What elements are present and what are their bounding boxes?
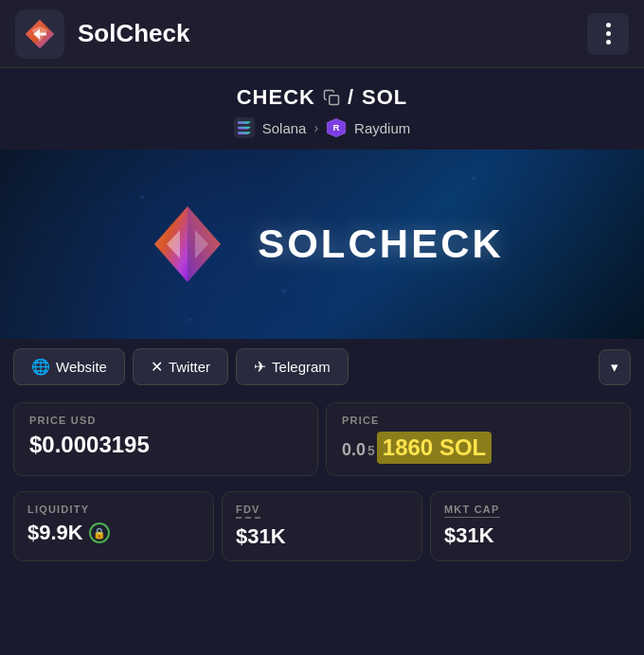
price-usd-value: $0.0003195 bbox=[29, 432, 302, 458]
mkt-cap-card: MKT CAP $31K bbox=[430, 491, 631, 561]
price-usd-card: PRICE USD $0.0003195 bbox=[13, 402, 318, 476]
website-button[interactable]: 🌐 Website bbox=[13, 348, 125, 385]
token-banner: SOLCHECK bbox=[0, 150, 644, 339]
price-stats: PRICE USD $0.0003195 PRICE 0.0 5 1860 SO… bbox=[0, 395, 644, 491]
liquidity-value: $9.9K 🔒 bbox=[27, 521, 200, 545]
fdv-label: FDV bbox=[236, 504, 408, 519]
menu-dot-2 bbox=[606, 31, 611, 36]
copy-icon[interactable] bbox=[323, 89, 340, 106]
banner-logo-icon bbox=[140, 197, 235, 292]
menu-dot-1 bbox=[606, 23, 611, 27]
token-header: CHECK / SOL Solana › bbox=[0, 68, 644, 150]
fdv-card: FDV $31K bbox=[222, 491, 422, 561]
twitter-label: Twitter bbox=[169, 359, 210, 375]
svg-rect-2 bbox=[330, 96, 339, 105]
sol-price-amount: 1860 SOL bbox=[377, 432, 492, 464]
raydium-icon: R bbox=[326, 117, 347, 138]
telegram-icon: ✈ bbox=[254, 358, 266, 376]
chevron-down-icon: ▾ bbox=[611, 359, 618, 375]
banner-text: SOLCHECK bbox=[258, 221, 504, 267]
svg-line-6 bbox=[0, 197, 142, 244]
base-token: CHECK bbox=[237, 85, 315, 110]
chain-arrow: › bbox=[313, 120, 318, 135]
chain-row: Solana › R Raydium bbox=[15, 117, 629, 138]
banner-content: SOLCHECK bbox=[140, 197, 504, 292]
app-logo-icon bbox=[23, 17, 57, 51]
fdv-value: $31K bbox=[236, 524, 408, 549]
telegram-label: Telegram bbox=[272, 359, 331, 375]
sol-price-prefix: 0.0 bbox=[342, 440, 366, 460]
bottom-stats: LIQUIDITY $9.9K 🔒 FDV $31K MKT CAP $31K bbox=[0, 491, 644, 576]
fdv-label-text: FDV bbox=[236, 504, 260, 519]
pair-separator: / bbox=[348, 85, 354, 110]
svg-text:R: R bbox=[333, 122, 340, 133]
liquidity-card: LIQUIDITY $9.9K 🔒 bbox=[13, 491, 214, 561]
app-logo-box bbox=[15, 9, 64, 59]
twitter-icon: ✕ bbox=[151, 358, 163, 376]
token-pair: CHECK / SOL bbox=[15, 85, 629, 110]
price-sol-value: 0.0 5 1860 SOL bbox=[342, 432, 615, 464]
website-icon: 🌐 bbox=[31, 358, 50, 376]
header-left: SolCheck bbox=[15, 9, 190, 59]
mkt-cap-value: $31K bbox=[444, 523, 617, 548]
twitter-button[interactable]: ✕ Twitter bbox=[133, 348, 228, 385]
menu-button[interactable] bbox=[587, 13, 629, 55]
mkt-cap-amount: $31K bbox=[444, 523, 494, 548]
chain-name: Solana bbox=[262, 120, 307, 136]
lock-icon: 🔒 bbox=[89, 522, 110, 543]
price-sol-label: PRICE bbox=[342, 415, 615, 426]
app-header: SolCheck bbox=[0, 0, 644, 68]
sol-price-sub: 5 bbox=[367, 443, 375, 458]
svg-point-17 bbox=[472, 176, 475, 180]
solana-icon bbox=[234, 117, 255, 138]
telegram-button[interactable]: ✈ Telegram bbox=[236, 348, 349, 385]
more-dropdown-button[interactable]: ▾ bbox=[599, 349, 631, 385]
svg-point-18 bbox=[188, 318, 191, 322]
website-label: Website bbox=[56, 359, 107, 375]
price-usd-amount: $0.0003195 bbox=[29, 432, 150, 457]
price-sol-card: PRICE 0.0 5 1860 SOL bbox=[326, 402, 631, 476]
dex-name: Raydium bbox=[354, 120, 410, 136]
action-bar: 🌐 Website ✕ Twitter ✈ Telegram ▾ bbox=[0, 339, 644, 395]
app-title: SolCheck bbox=[78, 19, 190, 48]
menu-dot-3 bbox=[606, 40, 611, 44]
liquidity-amount: $9.9K bbox=[27, 521, 83, 545]
mkt-cap-label: MKT CAP bbox=[444, 504, 617, 518]
mkt-cap-label-text: MKT CAP bbox=[444, 504, 500, 518]
price-usd-label: PRICE USD bbox=[29, 415, 302, 426]
liquidity-label: LIQUIDITY bbox=[27, 504, 200, 515]
fdv-amount: $31K bbox=[236, 524, 286, 549]
quote-token: SOL bbox=[362, 85, 407, 110]
